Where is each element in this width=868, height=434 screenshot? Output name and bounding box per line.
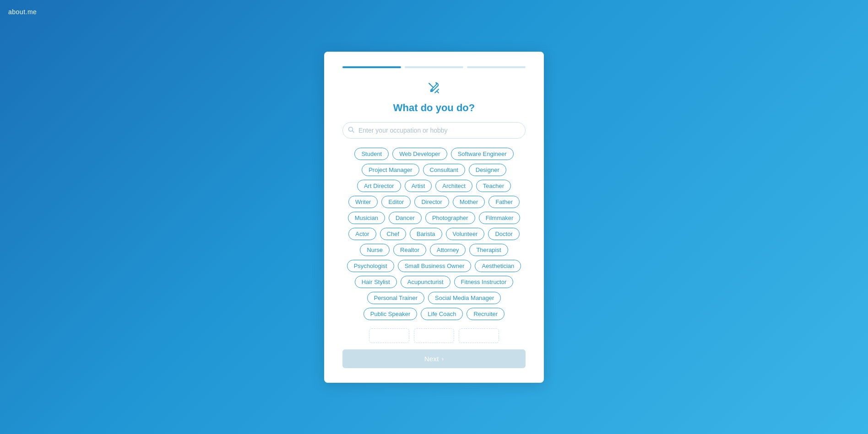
brand-label: about.me <box>8 8 37 16</box>
search-icon <box>348 126 354 134</box>
next-arrow-icon: › <box>442 355 444 362</box>
tag-small-business-owner[interactable]: Small Business Owner <box>398 260 472 272</box>
tag-fitness-instructor[interactable]: Fitness Instructor <box>454 276 514 288</box>
tag-consultant[interactable]: Consultant <box>423 164 465 176</box>
tag-artist[interactable]: Artist <box>405 180 432 192</box>
tag-editor[interactable]: Editor <box>381 196 411 208</box>
tag-acupuncturist[interactable]: Acupuncturist <box>401 276 450 288</box>
tag-architect[interactable]: Architect <box>435 180 472 192</box>
tag-attorney[interactable]: Attorney <box>430 244 466 256</box>
tag-life-coach[interactable]: Life Coach <box>421 308 463 320</box>
next-button-label: Next <box>424 355 439 363</box>
tag-designer[interactable]: Designer <box>469 164 506 176</box>
card: What do you do? StudentWeb DeveloperSoft… <box>324 52 544 383</box>
progress-segment-1 <box>342 66 401 68</box>
tag-actor[interactable]: Actor <box>348 228 376 240</box>
tag-father[interactable]: Father <box>488 196 520 208</box>
tag-recruiter[interactable]: Recruiter <box>467 308 505 320</box>
tag-nurse[interactable]: Nurse <box>360 244 390 256</box>
tag-chef[interactable]: Chef <box>380 228 406 240</box>
tag-therapist[interactable]: Therapist <box>469 244 508 256</box>
progress-bar <box>342 66 526 68</box>
tag-writer[interactable]: Writer <box>348 196 378 208</box>
tag-social-media-manager[interactable]: Social Media Manager <box>428 292 501 304</box>
selected-slot-3 <box>459 328 499 343</box>
next-button[interactable]: Next › <box>342 349 526 368</box>
tag-psychologist[interactable]: Psychologist <box>347 260 394 272</box>
tools-icon <box>427 81 441 96</box>
tag-software-engineer[interactable]: Software Engineer <box>451 148 514 160</box>
tag-hair-stylist[interactable]: Hair Stylist <box>355 276 397 288</box>
progress-segment-3 <box>467 66 526 68</box>
tag-dancer[interactable]: Dancer <box>389 212 422 224</box>
tag-musician[interactable]: Musician <box>348 212 385 224</box>
tag-public-speaker[interactable]: Public Speaker <box>363 308 417 320</box>
tag-art-director[interactable]: Art Director <box>357 180 401 192</box>
tag-web-developer[interactable]: Web Developer <box>392 148 447 160</box>
tag-teacher[interactable]: Teacher <box>476 180 511 192</box>
tag-barista[interactable]: Barista <box>410 228 442 240</box>
tag-personal-trainer[interactable]: Personal Trainer <box>367 292 424 304</box>
page-title: What do you do? <box>393 102 475 114</box>
tag-volunteer[interactable]: Volunteer <box>446 228 485 240</box>
search-wrapper <box>342 122 526 139</box>
tag-aesthetician[interactable]: Aesthetician <box>475 260 521 272</box>
tag-doctor[interactable]: Doctor <box>488 228 519 240</box>
selected-slot-2 <box>414 328 454 343</box>
tag-photographer[interactable]: Photographer <box>425 212 475 224</box>
tag-filmmaker[interactable]: Filmmaker <box>479 212 521 224</box>
tags-container: StudentWeb DeveloperSoftware EngineerPro… <box>342 148 526 320</box>
icon-area <box>427 81 441 97</box>
selected-tags-row <box>342 328 526 343</box>
tag-mother[interactable]: Mother <box>453 196 485 208</box>
tag-director[interactable]: Director <box>414 196 449 208</box>
progress-segment-2 <box>405 66 463 68</box>
selected-slot-1 <box>369 328 409 343</box>
search-input[interactable] <box>342 122 526 139</box>
tag-student[interactable]: Student <box>354 148 389 160</box>
tag-project-manager[interactable]: Project Manager <box>362 164 419 176</box>
tag-realtor[interactable]: Realtor <box>393 244 426 256</box>
